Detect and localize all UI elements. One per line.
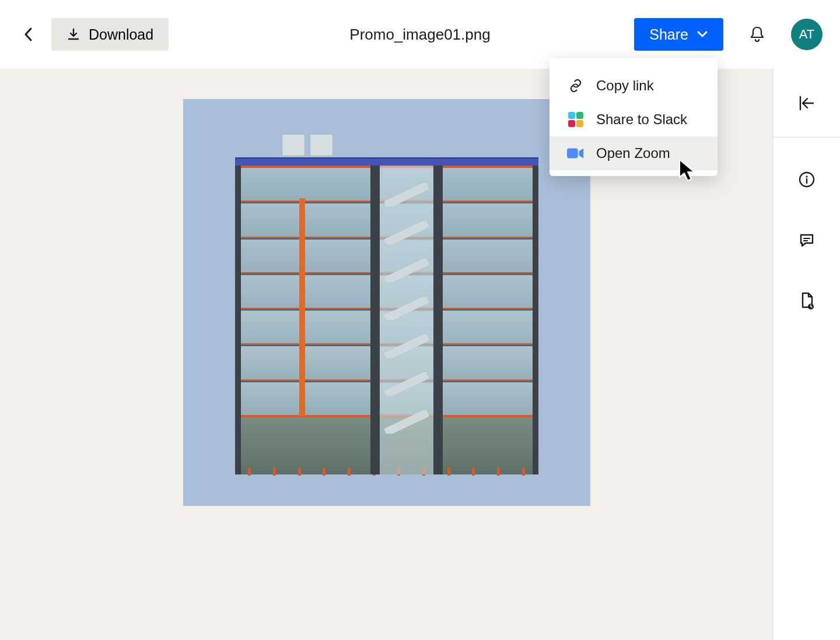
file-activity-button[interactable]: [794, 288, 820, 314]
zoom-icon: [567, 145, 584, 162]
share-label: Share: [649, 26, 688, 43]
svg-point-2: [806, 175, 807, 177]
building-render: [235, 166, 538, 474]
file-activity-icon: [798, 291, 816, 310]
dropdown-item-share-slack[interactable]: Share to Slack: [550, 103, 718, 136]
right-rail: [773, 69, 840, 640]
svg-rect-0: [567, 149, 578, 159]
dropdown-item-label: Share to Slack: [596, 111, 687, 128]
download-label: Download: [89, 26, 153, 43]
bell-icon: [748, 25, 766, 44]
link-icon: [567, 77, 584, 94]
collapse-panel-icon: [798, 95, 816, 111]
share-button[interactable]: Share: [634, 18, 723, 51]
dropdown-item-open-zoom[interactable]: Open Zoom: [550, 136, 718, 170]
rail-collapse-section: [774, 69, 840, 138]
back-button[interactable]: [18, 23, 40, 45]
chevron-down-icon: [696, 30, 708, 38]
collapse-panel-button[interactable]: [794, 90, 820, 116]
preview-image: [183, 99, 590, 506]
avatar[interactable]: AT: [791, 19, 822, 50]
notifications-button[interactable]: [744, 22, 770, 47]
comments-button[interactable]: [794, 227, 820, 253]
top-right-controls: Share AT: [634, 18, 822, 51]
slack-icon: [567, 111, 584, 128]
download-icon: [66, 27, 80, 41]
dropdown-item-label: Copy link: [596, 78, 654, 94]
download-button[interactable]: Download: [51, 18, 169, 51]
dropdown-item-copy-link[interactable]: Copy link: [550, 69, 718, 103]
info-icon: [798, 171, 816, 188]
chevron-left-icon: [23, 26, 34, 43]
dropdown-item-label: Open Zoom: [596, 145, 670, 161]
file-title: Promo_image01.png: [349, 26, 490, 44]
comment-icon: [798, 231, 816, 249]
share-dropdown: Copy link Share to Slack Open Zoom: [550, 58, 718, 176]
avatar-initials: AT: [799, 27, 814, 42]
info-button[interactable]: [794, 167, 820, 192]
